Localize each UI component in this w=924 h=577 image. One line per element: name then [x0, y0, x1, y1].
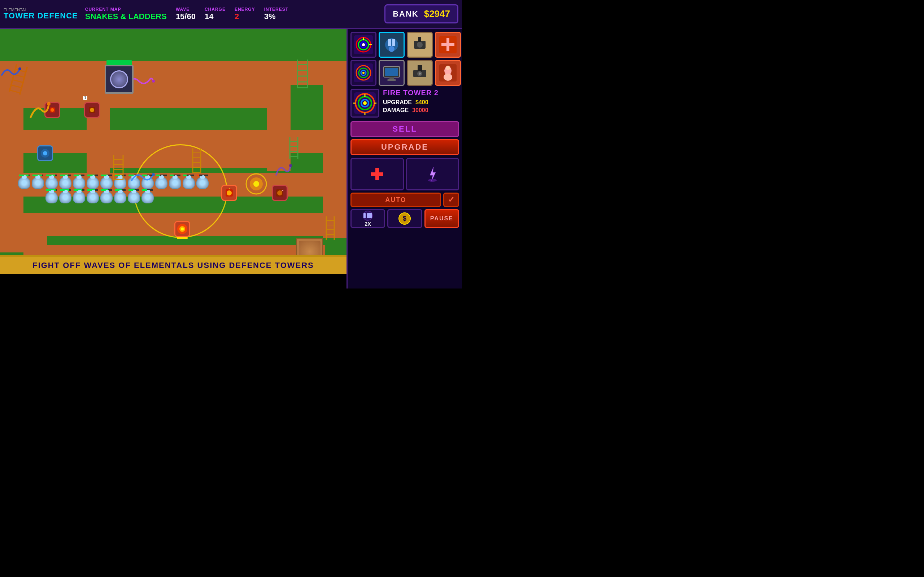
svg-point-97 [419, 73, 421, 75]
tower-card-4[interactable] [435, 32, 461, 58]
current-map-label: CURRENT MAP [85, 7, 121, 12]
tower-card-3[interactable] [407, 32, 433, 58]
enemy [45, 177, 58, 189]
snake-deco3 [130, 169, 155, 185]
tower-mixed1[interactable]: 1 [83, 101, 101, 119]
upgrade-cost: $400 [415, 99, 428, 106]
heal-card[interactable] [351, 158, 404, 190]
svg-point-8 [43, 151, 47, 155]
tower-detail-image [351, 89, 380, 118]
svg-rect-118 [363, 213, 366, 218]
interest-label: INTEREST [264, 7, 288, 12]
svg-point-80 [417, 42, 423, 48]
tower-name: FIRE TOWER 2 [383, 89, 459, 97]
svg-point-60 [152, 173, 155, 176]
tower-card-8[interactable] [435, 60, 461, 86]
svg-point-116 [428, 179, 437, 182]
svg-rect-119 [367, 213, 372, 218]
svg-point-4 [50, 108, 54, 112]
explosion-effect [246, 173, 267, 195]
tower-red3[interactable] [271, 184, 289, 202]
tower-detail: FIRE TOWER 2 UPGRADE $400 DAMAGE 30000 [351, 89, 459, 118]
bank-value: $2947 [424, 8, 450, 19]
svg-point-13 [277, 190, 282, 195]
fire-tower-selected[interactable] [173, 220, 191, 238]
charge-stat: CHARGE 14 [205, 7, 226, 21]
snake-deco5 [0, 65, 22, 79]
svg-point-6 [90, 108, 94, 112]
tower-red2[interactable] [220, 184, 238, 202]
enemy [169, 177, 181, 189]
tower-card-2[interactable] [379, 32, 405, 58]
ladder-deco3 [191, 148, 202, 174]
svg-rect-92 [387, 79, 396, 81]
tower-card-5[interactable] [351, 60, 376, 86]
tower-card-7[interactable] [407, 60, 433, 86]
tower-card-1[interactable] [351, 32, 376, 58]
right-panel: FIRE TOWER 2 UPGRADE $400 DAMAGE 30000 S… [347, 29, 462, 288]
tower-card-6[interactable] [379, 60, 405, 86]
speed-label: 2X [365, 221, 371, 227]
svg-point-69 [362, 43, 365, 46]
enemy [59, 191, 71, 203]
energy-value: 2 [234, 12, 239, 21]
svg-rect-75 [393, 39, 395, 46]
svg-point-10 [227, 190, 232, 195]
auto-button[interactable]: AUTO [351, 193, 441, 207]
svg-point-100 [444, 74, 452, 81]
svg-point-61 [289, 164, 292, 167]
ladder-deco2 [112, 155, 125, 182]
wave-value: 15/60 [176, 12, 195, 21]
bank-label: BANK [393, 10, 419, 19]
bottom-icon-grid [351, 158, 459, 190]
charge-label: CHARGE [205, 7, 226, 12]
enemy [73, 191, 85, 203]
bottom-message-bar: FIGHT OFF WAVES OF ELEMENTALS USING DEFE… [0, 255, 347, 274]
map-name: SNAKES & LADDERS [85, 12, 167, 21]
wave-label: WAVE [176, 7, 189, 12]
bottom-message: FIGHT OFF WAVES OF ELEMENTALS USING DEFE… [32, 261, 314, 270]
upgrade-stat: UPGRADE $400 [383, 99, 459, 106]
game-map[interactable]: 1 [0, 29, 347, 274]
interest-value: 3% [264, 12, 276, 21]
svg-point-59 [152, 80, 155, 82]
snake-deco4 [274, 162, 292, 178]
svg-point-88 [362, 72, 365, 74]
svg-line-24 [10, 90, 20, 93]
auto-check-button[interactable]: ✓ [443, 193, 459, 207]
enemy [32, 177, 44, 189]
svg-point-101 [446, 66, 450, 70]
enemy [18, 177, 30, 189]
svg-line-23 [11, 85, 22, 88]
enemy [114, 191, 126, 203]
enemy [100, 191, 113, 203]
upgrade-label: UPGRADE [383, 99, 412, 106]
ladder-deco6 [325, 216, 336, 241]
svg-text:$: $ [403, 215, 406, 222]
logo-big: TOWER DEFENCE [3, 12, 78, 20]
pause-button[interactable]: PAUSE [425, 209, 459, 228]
speed-button[interactable]: 2X [351, 209, 385, 228]
enemy [142, 191, 154, 203]
svg-rect-74 [388, 39, 391, 46]
money-button[interactable]: $ [387, 209, 422, 228]
storm-card[interactable] [406, 158, 459, 190]
upgrade-button[interactable]: UPGRADE [351, 139, 459, 155]
sell-button[interactable]: SELL [351, 121, 459, 137]
svg-point-17 [254, 181, 259, 187]
game-header: ELEMENTAL TOWER DEFENCE CURRENT MAP SNAK… [0, 0, 462, 29]
enemy [196, 177, 208, 189]
ladder-deco4 [296, 60, 309, 90]
damage-stat: DAMAGE 30000 [383, 107, 459, 114]
enemy [128, 191, 140, 203]
enemy [87, 177, 99, 189]
wave-stat: WAVE 15/60 [176, 7, 195, 21]
tower-blue1[interactable] [36, 144, 54, 162]
tower-grid [351, 32, 459, 86]
svg-rect-83 [441, 43, 454, 46]
bank-area: BANK $2947 [384, 4, 459, 23]
svg-rect-113 [371, 172, 383, 176]
game-logo: ELEMENTAL TOWER DEFENCE [3, 8, 78, 20]
enemy [45, 191, 58, 203]
auto-row: AUTO ✓ [351, 193, 459, 207]
